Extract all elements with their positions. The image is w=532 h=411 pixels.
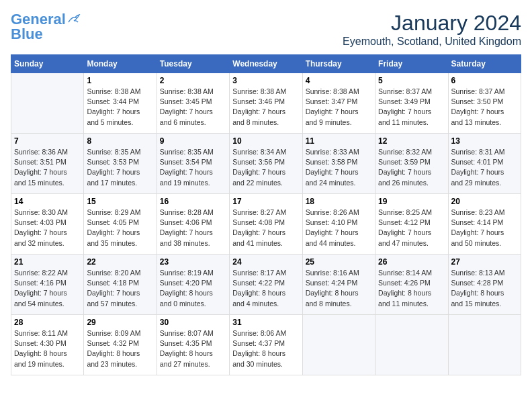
day-cell: 8Sunrise: 8:35 AMSunset: 3:53 PMDaylight… <box>84 134 157 194</box>
day-number: 15 <box>87 197 153 206</box>
day-number: 24 <box>232 257 299 267</box>
day-cell: 15Sunrise: 8:29 AMSunset: 4:05 PMDayligh… <box>84 194 157 255</box>
day-cell: 7Sunrise: 8:36 AMSunset: 3:51 PMDaylight… <box>11 134 84 194</box>
day-cell: 6Sunrise: 8:37 AMSunset: 3:50 PMDaylight… <box>448 73 521 134</box>
day-cell: 2Sunrise: 8:38 AMSunset: 3:45 PMDaylight… <box>157 73 229 134</box>
day-cell: 28Sunrise: 8:11 AMSunset: 4:30 PMDayligh… <box>11 315 84 375</box>
calendar-table: SundayMondayTuesdayWednesdayThursdayFrid… <box>11 54 521 375</box>
header-monday: Monday <box>84 55 157 73</box>
week-row-2: 7Sunrise: 8:36 AMSunset: 3:51 PMDaylight… <box>11 134 521 194</box>
day-info: Sunrise: 8:26 AMSunset: 4:10 PMDaylight:… <box>306 208 372 248</box>
day-info: Sunrise: 8:29 AMSunset: 4:05 PMDaylight:… <box>87 208 153 248</box>
day-cell: 16Sunrise: 8:28 AMSunset: 4:06 PMDayligh… <box>157 194 229 255</box>
day-cell: 14Sunrise: 8:30 AMSunset: 4:03 PMDayligh… <box>11 194 84 255</box>
day-number: 8 <box>87 136 153 146</box>
day-number: 9 <box>160 136 226 146</box>
day-cell: 30Sunrise: 8:07 AMSunset: 4:35 PMDayligh… <box>157 315 229 375</box>
page-header: General Blue January 2024 Eyemouth, Scot… <box>11 11 521 48</box>
day-number: 25 <box>306 257 372 267</box>
day-number: 10 <box>232 136 299 146</box>
day-cell: 31Sunrise: 8:06 AMSunset: 4:37 PMDayligh… <box>230 315 302 375</box>
day-cell: 27Sunrise: 8:13 AMSunset: 4:28 PMDayligh… <box>448 255 521 315</box>
day-cell: 13Sunrise: 8:31 AMSunset: 4:01 PMDayligh… <box>448 134 521 194</box>
day-cell <box>448 315 521 375</box>
day-cell: 21Sunrise: 8:22 AMSunset: 4:16 PMDayligh… <box>11 255 84 315</box>
day-info: Sunrise: 8:36 AMSunset: 3:51 PMDaylight:… <box>14 147 81 188</box>
day-info: Sunrise: 8:25 AMSunset: 4:12 PMDaylight:… <box>378 208 445 248</box>
logo-text-blue: Blue <box>11 26 43 43</box>
day-cell: 10Sunrise: 8:34 AMSunset: 3:56 PMDayligh… <box>230 134 302 194</box>
day-info: Sunrise: 8:30 AMSunset: 4:03 PMDaylight:… <box>14 208 81 248</box>
day-number: 23 <box>160 257 226 267</box>
day-info: Sunrise: 8:28 AMSunset: 4:06 PMDaylight:… <box>160 208 226 248</box>
day-cell: 26Sunrise: 8:14 AMSunset: 4:26 PMDayligh… <box>375 255 448 315</box>
day-info: Sunrise: 8:16 AMSunset: 4:24 PMDaylight:… <box>306 268 372 309</box>
day-info: Sunrise: 8:35 AMSunset: 3:54 PMDaylight:… <box>160 147 226 188</box>
day-cell <box>11 73 84 134</box>
day-info: Sunrise: 8:20 AMSunset: 4:18 PMDaylight:… <box>87 268 153 309</box>
day-cell: 19Sunrise: 8:25 AMSunset: 4:12 PMDayligh… <box>375 194 448 255</box>
day-info: Sunrise: 8:38 AMSunset: 3:46 PMDaylight:… <box>232 87 299 128</box>
title-block: January 2024 Eyemouth, Scotland, United … <box>343 11 521 48</box>
day-info: Sunrise: 8:14 AMSunset: 4:26 PMDaylight:… <box>378 268 445 309</box>
day-number: 17 <box>232 197 299 206</box>
week-row-3: 14Sunrise: 8:30 AMSunset: 4:03 PMDayligh… <box>11 194 521 255</box>
day-number: 22 <box>87 257 153 267</box>
day-info: Sunrise: 8:31 AMSunset: 4:01 PMDaylight:… <box>451 147 518 188</box>
day-number: 21 <box>14 257 81 267</box>
day-info: Sunrise: 8:07 AMSunset: 4:35 PMDaylight:… <box>160 328 226 369</box>
day-number: 16 <box>160 197 226 206</box>
day-info: Sunrise: 8:37 AMSunset: 3:50 PMDaylight:… <box>451 87 518 128</box>
day-info: Sunrise: 8:19 AMSunset: 4:20 PMDaylight:… <box>160 268 226 309</box>
header-wednesday: Wednesday <box>230 55 302 73</box>
day-number: 1 <box>87 76 153 85</box>
day-info: Sunrise: 8:09 AMSunset: 4:32 PMDaylight:… <box>87 328 153 369</box>
week-row-1: 1Sunrise: 8:38 AMSunset: 3:44 PMDaylight… <box>11 73 521 134</box>
day-cell: 17Sunrise: 8:27 AMSunset: 4:08 PMDayligh… <box>230 194 302 255</box>
day-cell: 24Sunrise: 8:17 AMSunset: 4:22 PMDayligh… <box>230 255 302 315</box>
header-friday: Friday <box>375 55 448 73</box>
day-number: 20 <box>451 197 518 206</box>
day-info: Sunrise: 8:13 AMSunset: 4:28 PMDaylight:… <box>451 268 518 309</box>
header-tuesday: Tuesday <box>157 55 229 73</box>
day-info: Sunrise: 8:38 AMSunset: 3:47 PMDaylight:… <box>306 87 372 128</box>
day-cell <box>302 315 375 375</box>
day-number: 19 <box>378 197 445 206</box>
day-cell: 29Sunrise: 8:09 AMSunset: 4:32 PMDayligh… <box>84 315 157 375</box>
day-info: Sunrise: 8:06 AMSunset: 4:37 PMDaylight:… <box>232 328 299 369</box>
day-cell: 23Sunrise: 8:19 AMSunset: 4:20 PMDayligh… <box>157 255 229 315</box>
day-cell: 5Sunrise: 8:37 AMSunset: 3:49 PMDaylight… <box>375 73 448 134</box>
week-row-5: 28Sunrise: 8:11 AMSunset: 4:30 PMDayligh… <box>11 315 521 375</box>
header-sunday: Sunday <box>11 55 84 73</box>
day-cell: 25Sunrise: 8:16 AMSunset: 4:24 PMDayligh… <box>302 255 375 315</box>
day-number: 14 <box>14 197 81 206</box>
day-info: Sunrise: 8:38 AMSunset: 3:44 PMDaylight:… <box>87 87 153 128</box>
day-info: Sunrise: 8:23 AMSunset: 4:14 PMDaylight:… <box>451 208 518 248</box>
day-number: 18 <box>306 197 372 206</box>
day-number: 4 <box>306 76 372 85</box>
day-info: Sunrise: 8:17 AMSunset: 4:22 PMDaylight:… <box>232 268 299 309</box>
day-cell: 1Sunrise: 8:38 AMSunset: 3:44 PMDaylight… <box>84 73 157 134</box>
day-number: 26 <box>378 257 445 267</box>
day-number: 6 <box>451 76 518 85</box>
day-cell: 18Sunrise: 8:26 AMSunset: 4:10 PMDayligh… <box>302 194 375 255</box>
day-info: Sunrise: 8:35 AMSunset: 3:53 PMDaylight:… <box>87 147 153 188</box>
day-cell: 11Sunrise: 8:33 AMSunset: 3:58 PMDayligh… <box>302 134 375 194</box>
calendar-title: January 2024 <box>343 11 521 36</box>
day-number: 5 <box>378 76 445 85</box>
week-row-4: 21Sunrise: 8:22 AMSunset: 4:16 PMDayligh… <box>11 255 521 315</box>
day-number: 2 <box>160 76 226 85</box>
day-number: 31 <box>232 318 299 327</box>
day-number: 30 <box>160 318 226 327</box>
day-number: 13 <box>451 136 518 146</box>
day-info: Sunrise: 8:32 AMSunset: 3:59 PMDaylight:… <box>378 147 445 188</box>
day-cell: 4Sunrise: 8:38 AMSunset: 3:47 PMDaylight… <box>302 73 375 134</box>
day-info: Sunrise: 8:27 AMSunset: 4:08 PMDaylight:… <box>232 208 299 248</box>
day-info: Sunrise: 8:22 AMSunset: 4:16 PMDaylight:… <box>14 268 81 309</box>
day-number: 29 <box>87 318 153 327</box>
calendar-header-row: SundayMondayTuesdayWednesdayThursdayFrid… <box>11 55 521 73</box>
logo-bird-icon <box>67 14 82 25</box>
day-number: 12 <box>378 136 445 146</box>
day-info: Sunrise: 8:37 AMSunset: 3:49 PMDaylight:… <box>378 87 445 128</box>
day-info: Sunrise: 8:38 AMSunset: 3:45 PMDaylight:… <box>160 87 226 128</box>
